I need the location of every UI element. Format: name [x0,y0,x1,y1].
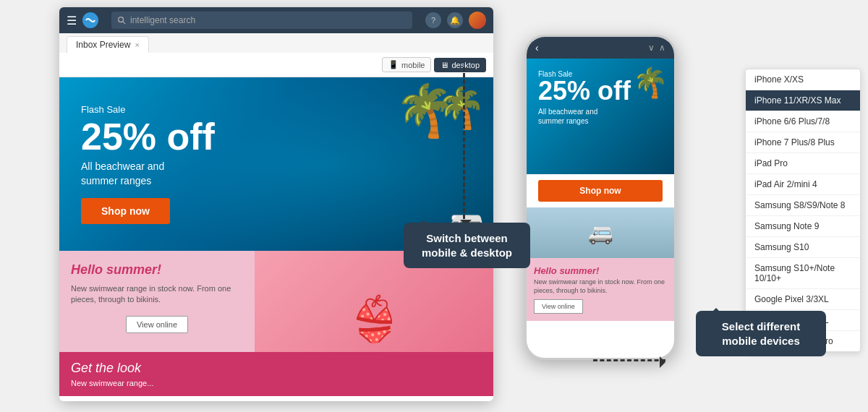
titlebar-icons: ? 🔔 [425,12,486,29]
tab-close-icon[interactable]: × [135,40,139,49]
mobile-van-section: 🚐 [527,207,674,258]
mobile-view-online-button[interactable]: View online [534,299,583,314]
app-logo [82,12,98,28]
mobile-summer-body: New swimwear range in stock now. From on… [534,278,667,295]
get-look-section: Get the look New swimwear range... [59,352,493,396]
device-list-item[interactable]: iPhone 7 Plus/8 Plus [746,132,860,153]
summer-heading: Hello summer! [71,262,243,278]
mobile-device: ‹ ∨ ∧ Flash Sale 25% off All beachwear a… [524,35,676,360]
shop-now-button[interactable]: Shop now [81,198,170,224]
view-online-button[interactable]: View online [126,316,188,333]
device-list-item[interactable]: iPhone 11/XR/XS Max [746,90,860,111]
device-list-item[interactable]: Google Pixel 3/3XL [746,289,860,310]
dashed-arrow-vertical [463,66,465,226]
palm2-icon: 🌴 [436,85,486,132]
tooltip-select-device: Select different mobile devices [696,311,826,356]
flash-percent: 25% off [81,118,215,155]
mobile-flash-banner: Flash Sale 25% off All beachwear andsumm… [527,59,674,174]
device-list-dropdown: iPhone X/XSiPhone 11/XR/XS MaxiPhone 6/6… [745,69,861,352]
help-icon[interactable]: ? [425,12,441,28]
device-list-item[interactable]: Samsung S8/S9/Note 8 [746,195,860,216]
inbox-preview-tab[interactable]: Inbox Preview × [67,36,149,53]
nav-down-icon[interactable]: ∨ [648,43,655,53]
device-list-item[interactable]: Samsung S10 [746,237,860,258]
mobile-top-bar: ‹ ∨ ∧ [527,37,674,59]
tab-bar: Inbox Preview × [59,33,493,53]
preview-toolbar: 📱 mobile 🖥 desktop [59,53,493,77]
search-icon [117,16,126,25]
mobile-nav-arrows: ∨ ∧ [648,43,665,53]
mobile-shop-button[interactable]: Shop now [538,180,663,202]
user-avatar[interactable] [469,12,486,29]
menu-icon[interactable]: ☰ [67,14,77,27]
flash-sale-label: Flash Sale [81,104,215,115]
flash-description: All beachwear andsummer ranges [81,160,215,188]
mobile-label: mobile [401,61,425,69]
desktop-label: desktop [451,61,480,69]
desktop-icon: 🖥 [441,61,448,69]
search-placeholder: intelligent search [130,15,195,25]
device-list-item[interactable]: iPad Air 2/mini 4 [746,174,860,195]
tooltip-mobile-desktop-text: Switch between mobile & desktop [422,232,512,259]
mobile-icon: 📱 [388,60,399,69]
mobile-email-content: Flash Sale 25% off All beachwear andsumm… [527,59,674,358]
flash-text-block: Flash Sale 25% off All beachwear andsumm… [59,90,237,239]
summer-body: New swimwear range in stock now. From on… [71,283,243,306]
notification-icon[interactable]: 🔔 [447,12,463,28]
titlebar: ☰ intelligent search ? 🔔 [59,7,493,33]
mobile-flash-desc: All beachwear andsummer ranges [538,107,663,126]
device-list-item[interactable]: Samsung S10+/Note 10/10+ [746,258,860,289]
device-list-item[interactable]: Samsung Note 9 [746,216,860,237]
desktop-toggle[interactable]: 🖥 desktop [434,58,486,72]
nav-up-icon[interactable]: ∧ [659,43,665,53]
inbox-tab-label: Inbox Preview [76,40,130,50]
device-list-item[interactable]: iPad Pro [746,153,860,174]
device-list-item[interactable]: iPhone X/XS [746,69,860,90]
dashed-arrow-horizontal [593,359,665,361]
get-look-heading: Get the look [71,361,482,376]
search-bar[interactable]: intelligent search [111,12,412,29]
svg-point-0 [119,17,124,22]
mobile-summer-heading: Hello summer! [534,265,667,276]
summer-text-box: Hello summer! New swimwear range in stoc… [59,251,255,352]
device-list-item[interactable]: iPhone 6/6 Plus/7/8 [746,111,860,132]
mobile-summer-section: Hello summer! New swimwear range in stoc… [527,258,674,321]
svg-line-1 [123,22,125,24]
get-look-body: New swimwear range... [71,379,482,387]
mobile-van-icon: 🚐 [588,221,613,245]
mobile-toggle[interactable]: 📱 mobile [382,57,431,72]
mobile-palm-icon: 🌴 [632,66,668,100]
mobile-back-icon[interactable]: ‹ [535,42,539,53]
tooltip-mobile-desktop: Switch between mobile & desktop [404,223,530,268]
desktop-window: ☰ intelligent search ? 🔔 Inbox Preview × [59,7,493,401]
tooltip-select-device-text: Select different mobile devices [722,320,800,347]
